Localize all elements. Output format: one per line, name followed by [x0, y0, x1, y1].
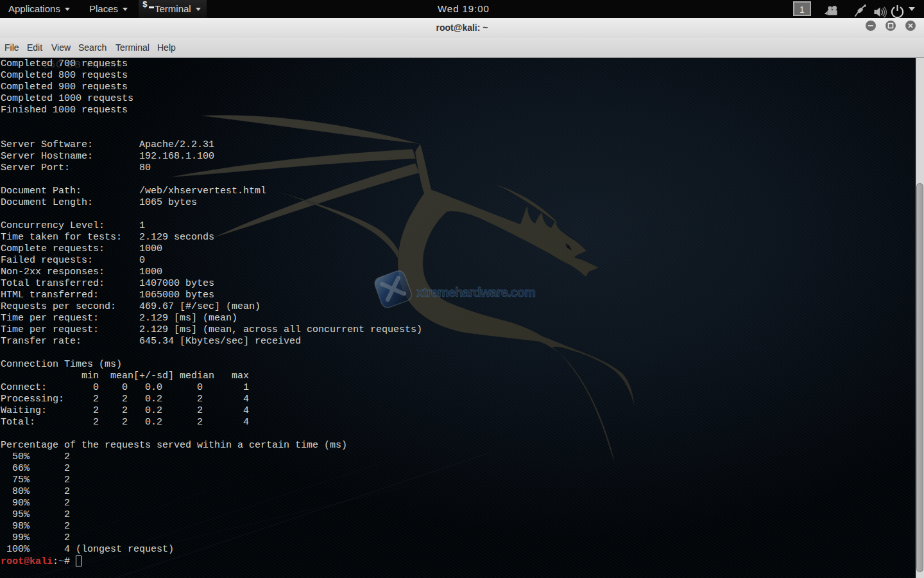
svg-text:xtremehardware.com: xtremehardware.com	[416, 285, 535, 299]
